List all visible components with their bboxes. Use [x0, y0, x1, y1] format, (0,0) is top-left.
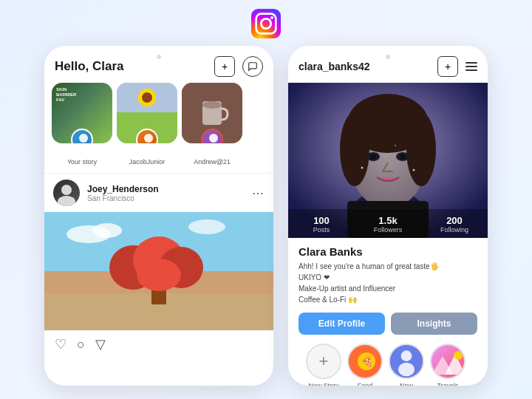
profile-info: Clara Banks Ahh! I see you're a human of…	[288, 238, 488, 386]
svg-rect-30	[44, 304, 273, 330]
svg-point-56	[454, 351, 463, 360]
post-actions: ♡ ○ ▽	[44, 330, 273, 358]
food-highlight-graphic: 🍕	[349, 345, 383, 379]
story-label-jacob: JacobJunior	[129, 158, 166, 166]
highlight-label-new: New	[400, 382, 413, 386]
profile-add-button[interactable]: +	[437, 56, 458, 77]
menu-button[interactable]	[466, 62, 477, 71]
travels-highlight-graphic	[432, 345, 466, 379]
profile-image: 100 Posts 1.5k Followers 200 Following	[288, 83, 488, 238]
svg-point-51	[401, 350, 412, 361]
svg-point-3	[270, 16, 273, 19]
profile-display-name: Clara Banks	[299, 245, 477, 258]
stat-followers: 1.5k Followers	[355, 215, 421, 233]
menu-line-1	[466, 62, 477, 64]
svg-point-17	[61, 185, 72, 195]
highlight-food[interactable]: 🍕 Food	[347, 344, 383, 386]
highlight-label-food: Food	[358, 382, 373, 386]
svg-point-10	[144, 134, 153, 143]
svg-point-41	[370, 154, 376, 160]
instagram-logo	[251, 9, 281, 38]
svg-point-15	[209, 134, 218, 143]
highlight-new[interactable]: New	[389, 344, 424, 386]
svg-point-45	[413, 169, 415, 171]
right-header-icons: +	[437, 56, 477, 77]
add-button[interactable]: +	[214, 56, 235, 77]
story-item-jacob[interactable]: JacobJunior	[117, 83, 177, 166]
insights-button[interactable]: Insights	[391, 313, 477, 335]
post-image-graphic	[44, 212, 273, 330]
svg-point-9	[142, 92, 152, 103]
profile-username: clara_banks42	[299, 61, 370, 72]
right-phone-header: clara_banks42 +	[288, 46, 488, 77]
followers-label: Followers	[355, 226, 421, 233]
story-avatar-your-story	[71, 129, 93, 143]
phones-container: Hello, Clara + SKINBARRIERFAV	[22, 46, 510, 386]
phone-left: Hello, Clara + SKINBARRIERFAV	[44, 46, 273, 386]
highlights-row: + New Story 🍕 Food	[299, 344, 477, 386]
profile-stats-overlay: 100 Posts 1.5k Followers 200 Following	[288, 209, 488, 238]
story-item-your-story[interactable]: SKINBARRIERFAV Your story	[52, 83, 112, 166]
message-button[interactable]	[242, 56, 263, 77]
highlight-travels[interactable]: Travels	[430, 344, 466, 386]
following-count: 200	[421, 215, 488, 226]
post-location: San Francisco	[87, 194, 252, 202]
highlight-label-travels: Travels	[437, 382, 458, 386]
bio-line-2: UKIYO ❤	[299, 273, 330, 282]
share-button[interactable]: ▽	[95, 336, 106, 352]
profile-add-icon: +	[445, 61, 451, 72]
post-menu-button[interactable]: ⋯	[252, 186, 265, 200]
posts-label: Posts	[288, 226, 355, 233]
message-icon	[248, 61, 258, 72]
svg-point-44	[361, 167, 364, 169]
phone-dot-right	[386, 55, 390, 59]
post-avatar	[53, 180, 80, 206]
highlight-circle-food: 🍕	[347, 344, 383, 379]
svg-point-21	[92, 223, 122, 238]
menu-line-2	[466, 66, 477, 67]
highlight-circle-add: +	[306, 344, 341, 379]
post-username: Joey_Henderson	[87, 184, 252, 194]
greeting-text: Hello, Clara	[55, 59, 124, 74]
phone-dot-left	[157, 55, 161, 59]
left-phone-header: Hello, Clara +	[44, 46, 273, 83]
story-item-andrew[interactable]: Andrew@21	[182, 83, 242, 166]
new-highlight-graphic	[390, 344, 423, 379]
following-label: Following	[421, 226, 488, 233]
bio-line-3: Make-Up artist and Influencer	[299, 284, 395, 293]
comment-button[interactable]: ○	[77, 337, 85, 352]
svg-text:🍕: 🍕	[361, 355, 374, 368]
highlight-new-story[interactable]: + New Story	[306, 344, 341, 386]
highlight-circle-new	[389, 344, 424, 379]
highlight-circle-travels	[430, 344, 466, 379]
stories-row: SKINBARRIERFAV Your story	[44, 83, 273, 173]
add-highlight-icon: +	[307, 345, 340, 378]
svg-point-4	[79, 134, 88, 143]
svg-point-22	[188, 219, 225, 234]
story-label-andrew: Andrew@21	[194, 158, 231, 166]
stat-following: 200 Following	[421, 215, 488, 233]
story-image-jacob	[117, 83, 177, 143]
story-text-overlay: SKINBARRIERFAV	[56, 87, 76, 103]
menu-line-3	[466, 69, 477, 71]
post-image	[44, 212, 273, 330]
left-header-icons: +	[214, 56, 263, 77]
highlight-label-new-story: New Story	[308, 382, 339, 386]
profile-bio: Ahh! I see you're a human of great taste…	[299, 261, 477, 305]
bio-line-4: Coffee & Lo-Fi 🙌	[299, 296, 357, 304]
phone-right: clara_banks42 +	[288, 46, 488, 386]
svg-point-52	[398, 363, 415, 376]
story-image-andrew	[182, 83, 242, 143]
post-header: Joey_Henderson San Francisco ⋯	[44, 173, 273, 212]
like-button[interactable]: ♡	[55, 336, 66, 352]
post-user-info: Joey_Henderson San Francisco	[87, 184, 252, 202]
story-label-your-story: Your story	[67, 158, 97, 166]
svg-point-29	[137, 259, 181, 291]
add-icon: +	[222, 61, 228, 72]
svg-point-14	[202, 101, 222, 109]
posts-count: 100	[288, 215, 355, 226]
svg-point-46	[395, 145, 396, 146]
svg-point-18	[58, 196, 75, 206]
edit-profile-button[interactable]: Edit Profile	[299, 313, 385, 335]
svg-point-42	[400, 154, 406, 160]
